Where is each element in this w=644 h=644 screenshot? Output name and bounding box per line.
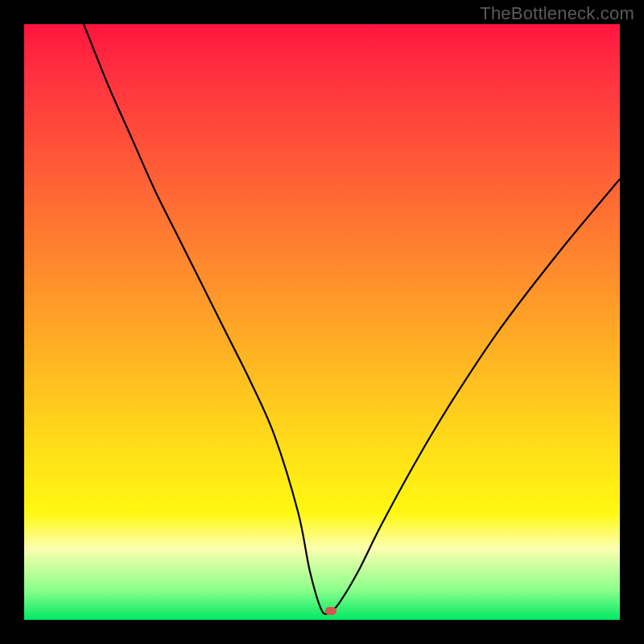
optimal-point-marker — [325, 607, 336, 615]
plot-area — [24, 24, 620, 620]
curve-svg — [24, 24, 620, 620]
watermark-text: TheBottleneck.com — [480, 3, 634, 24]
bottleneck-curve-path — [84, 24, 620, 614]
chart-frame: TheBottleneck.com — [0, 0, 644, 644]
